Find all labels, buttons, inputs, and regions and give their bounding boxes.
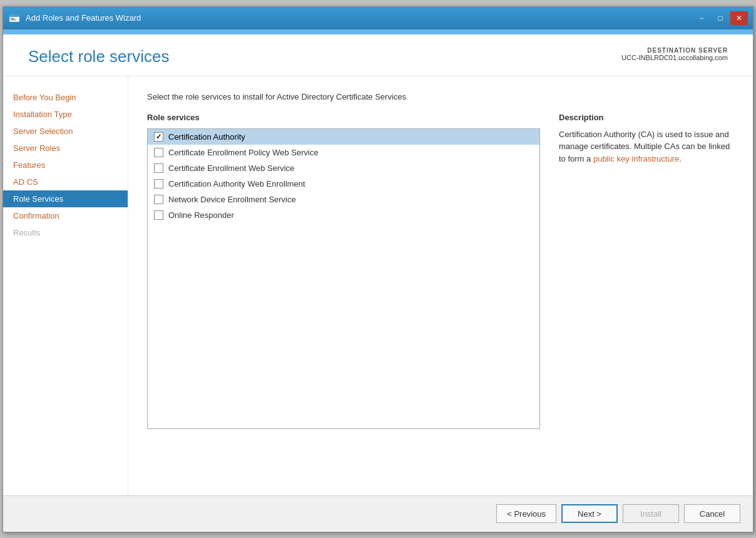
sidebar-item-server-selection[interactable]: Server Selection [3,123,128,140]
sidebar-item-features[interactable]: Features [3,157,128,173]
checkbox-cert-authority-web[interactable] [154,179,163,189]
previous-button[interactable]: < Previous [496,504,556,523]
sidebar-item-before-you-begin[interactable]: Before You Begin [3,89,128,106]
svg-rect-3 [11,19,16,20]
role-services-column: Role services Certification AuthorityCer… [147,113,540,429]
svg-rect-2 [11,18,14,19]
service-label-cert-enrollment-web: Certificate Enrollment Web Service [168,163,294,173]
page-header: Select role services DESTINATION SERVER … [3,34,753,76]
title-bar: Add Roles and Features Wizard − □ ✕ [3,7,753,29]
checkbox-certification-authority[interactable] [154,132,163,142]
description-text: Certification Authority (CA) is used to … [559,128,734,165]
role-services-header: Role services [147,113,540,122]
content-area: Select role services DESTINATION SERVER … [3,34,753,495]
checkbox-cert-enrollment-web[interactable] [154,163,163,173]
main-panel: Select the role services to install for … [128,76,753,495]
title-bar-left: Add Roles and Features Wizard [8,12,141,24]
sidebar-item-ad-cs[interactable]: AD CS [3,173,128,190]
body-area: Before You BeginInstallation TypeServer … [3,76,753,495]
destination-name: UCC-INBLRDC01.uccollabing.com [621,54,728,61]
service-label-certification-authority: Certification Authority [168,132,245,142]
services-list: Certification AuthorityCertificate Enrol… [147,128,540,429]
service-item-cert-enrollment-policy[interactable]: Certificate Enrollment Policy Web Servic… [148,145,539,160]
page-title: Select role services [28,47,169,66]
description-header: Description [559,113,734,122]
wizard-window: Add Roles and Features Wizard − □ ✕ Sele… [3,6,753,532]
sidebar: Before You BeginInstallation TypeServer … [3,76,128,495]
service-label-network-device: Network Device Enrollment Service [168,195,296,204]
sidebar-item-results: Results [3,224,128,241]
service-item-certification-authority[interactable]: Certification Authority [148,129,539,145]
window-title: Add Roles and Features Wizard [26,13,141,23]
install-button[interactable]: Install [623,504,679,523]
two-column-layout: Role services Certification AuthorityCer… [147,113,734,429]
destination-server: DESTINATION SERVER UCC-INBLRDC01.uccolla… [621,47,728,61]
description-column: Description Certification Authority (CA)… [559,113,734,429]
checkbox-cert-enrollment-policy[interactable] [154,148,163,157]
service-label-cert-authority-web: Certification Authority Web Enrollment [168,179,305,189]
next-button[interactable]: Next > [561,504,618,523]
cancel-button[interactable]: Cancel [684,504,740,523]
service-item-network-device[interactable]: Network Device Enrollment Service [148,192,539,207]
description-highlight: public key infrastructure [593,154,679,163]
close-button[interactable]: ✕ [730,11,748,25]
wizard-icon [8,12,21,24]
service-item-cert-authority-web[interactable]: Certification Authority Web Enrollment [148,176,539,192]
instruction-text: Select the role services to install for … [147,92,734,101]
service-label-cert-enrollment-policy: Certificate Enrollment Policy Web Servic… [168,148,319,157]
service-label-online-responder: Online Responder [168,210,234,220]
title-bar-controls: − □ ✕ [693,11,748,25]
sidebar-item-server-roles[interactable]: Server Roles [3,140,128,157]
service-item-online-responder[interactable]: Online Responder [148,207,539,223]
sidebar-item-role-services[interactable]: Role Services [3,190,128,207]
checkbox-online-responder[interactable] [154,210,163,220]
maximize-button[interactable]: □ [712,11,729,25]
header-strip [3,29,753,34]
destination-label: DESTINATION SERVER [621,47,728,54]
service-item-cert-enrollment-web[interactable]: Certificate Enrollment Web Service [148,160,539,176]
checkbox-network-device[interactable] [154,195,163,204]
sidebar-item-confirmation[interactable]: Confirmation [3,207,128,224]
footer: < Previous Next > Install Cancel [3,495,753,532]
sidebar-item-installation-type[interactable]: Installation Type [3,106,128,123]
svg-rect-1 [9,14,19,17]
minimize-button[interactable]: − [693,11,710,25]
